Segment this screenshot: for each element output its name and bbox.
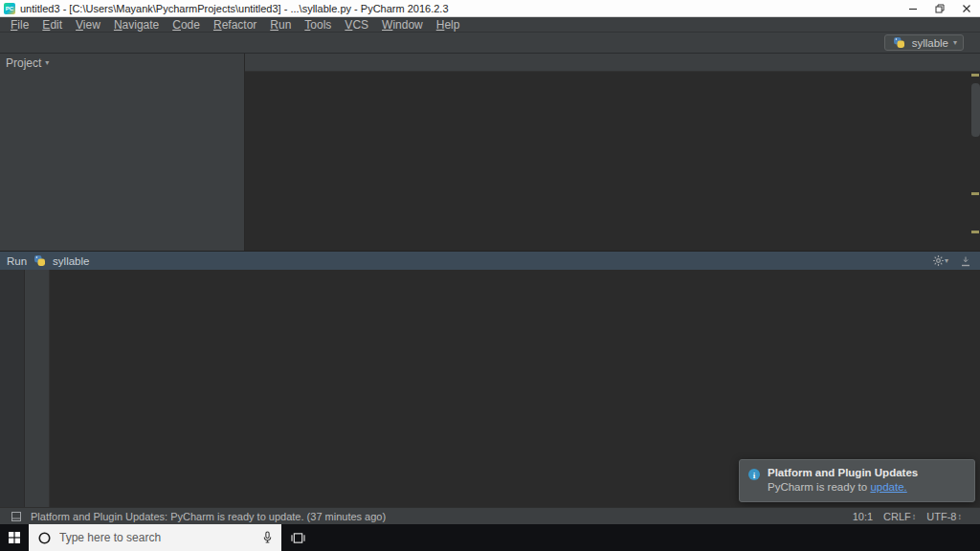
- project-tree: [0, 72, 244, 251]
- menu-file[interactable]: File: [4, 18, 35, 32]
- task-view-button[interactable]: [281, 524, 314, 551]
- menu-run[interactable]: Run: [263, 18, 298, 32]
- notification-balloon[interactable]: i Platform and Plugin Updates PyCharm is…: [739, 459, 975, 502]
- menu-help[interactable]: Help: [430, 18, 467, 32]
- scroll-mark: [971, 231, 979, 233]
- minimize-button[interactable]: [900, 0, 926, 16]
- notification-title: Platform and Plugin Updates: [768, 467, 918, 478]
- status-message[interactable]: Platform and Plugin Updates: PyCharm is …: [31, 511, 386, 522]
- chevron-down-icon: ▾: [45, 58, 49, 67]
- scroll-mark: [971, 74, 979, 77]
- run-config-selector[interactable]: syllable ▾: [884, 34, 964, 51]
- menu-navigate[interactable]: Navigate: [107, 18, 166, 32]
- pycharm-logo-icon: PC: [4, 3, 15, 14]
- taskbar-search-input[interactable]: Type here to search: [29, 524, 281, 551]
- run-panel-actions: [0, 270, 25, 507]
- python-icon: [32, 253, 48, 269]
- main-toolbar: syllable ▾: [0, 33, 980, 54]
- hide-panel-icon[interactable]: [957, 253, 973, 269]
- updown-icon: ↕: [912, 512, 917, 521]
- menu-code[interactable]: Code: [166, 18, 207, 32]
- menu-window[interactable]: Window: [375, 18, 430, 32]
- run-tab-label[interactable]: Run: [7, 255, 27, 267]
- menu-refactor[interactable]: Refactor: [207, 18, 263, 32]
- info-icon: i: [747, 468, 761, 501]
- scroll-mark: [971, 192, 979, 195]
- close-button[interactable]: [953, 0, 980, 16]
- status-bar: Platform and Plugin Updates: PyCharm is …: [0, 507, 980, 524]
- menu-edit[interactable]: Edit: [35, 18, 69, 32]
- window-title: untitled3 - [C:\Users\Mayank\PycharmProj…: [20, 3, 900, 14]
- search-placeholder: Type here to search: [59, 531, 255, 544]
- run-config-name: syllable: [912, 37, 948, 49]
- code-editor[interactable]: [245, 72, 980, 251]
- run-config-title: syllable: [53, 255, 89, 267]
- update-link[interactable]: update.: [870, 481, 906, 493]
- project-panel-title[interactable]: Project: [6, 56, 41, 70]
- line-separator-selector[interactable]: CRLF↕: [883, 511, 916, 522]
- editor-scrollbar[interactable]: [971, 83, 980, 137]
- microphone-icon[interactable]: [262, 531, 273, 544]
- restore-button[interactable]: [926, 0, 953, 16]
- cortana-icon: [37, 531, 52, 545]
- chevron-down-icon: ▾: [953, 38, 957, 47]
- project-tool-window: Project ▾: [0, 54, 245, 251]
- console-actions: [25, 270, 50, 507]
- toolwindow-toggle-icon[interactable]: [8, 508, 24, 524]
- caret-position[interactable]: 10:1: [853, 511, 873, 522]
- menu-view[interactable]: View: [69, 18, 107, 32]
- title-bar: PC untitled3 - [C:\Users\Mayank\PycharmP…: [0, 0, 980, 17]
- updown-icon: ↕: [958, 512, 963, 521]
- editor-tabs: [245, 54, 980, 72]
- menu-bar: FileEditViewNavigateCodeRefactorRunTools…: [0, 17, 980, 33]
- notification-body: PyCharm is ready to: [768, 481, 870, 493]
- menu-vcs[interactable]: VCS: [338, 18, 375, 32]
- windows-taskbar: Type here to search: [0, 524, 980, 551]
- run-panel-header: Run syllable ▾: [0, 252, 980, 270]
- python-icon: [891, 34, 907, 51]
- start-button[interactable]: [0, 524, 29, 551]
- menu-tools[interactable]: Tools: [298, 18, 338, 32]
- encoding-selector[interactable]: UTF-8↕: [926, 511, 962, 522]
- gear-icon[interactable]: ▾: [932, 253, 948, 269]
- project-panel-header: Project ▾: [0, 54, 244, 72]
